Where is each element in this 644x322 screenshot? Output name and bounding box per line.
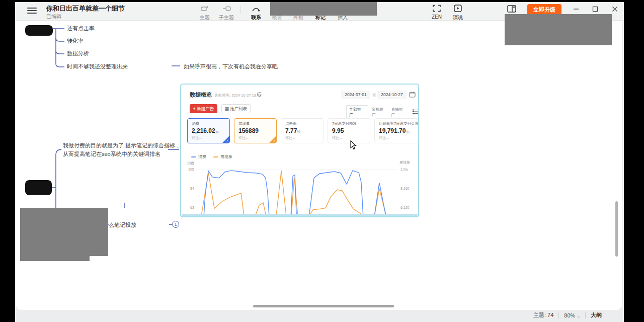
legend-spend[interactable]: 消费 [191,154,206,159]
date-end-input[interactable]: 2024-10-27 [377,91,407,99]
redaction-overlay [505,14,612,45]
metric-card-roi[interactable]: 7日总支付ROI 9.95 环比-- [328,118,370,143]
new-ad-button[interactable]: + 新建广告 [190,104,217,113]
list-grid-icon: ▦ [225,106,230,111]
status-bar: 主题: 74 80% ⌄ 大纲 [533,311,602,319]
metric-card-spend[interactable]: 消费 2,216.02元 环比-- ✓ [187,118,230,143]
chart-range-bar[interactable] [182,214,418,216]
dashboard-updated-time: 更新时间: 2024-10-27 18:48 [214,93,261,98]
right-tick-2: 6,120 [400,206,410,209]
vertical-scrollbar[interactable] [615,201,618,257]
redaction-overlay [270,2,377,16]
promo-type-tabs: 全部推广 常规推广 直播推广 [346,105,418,119]
topic-share-next-time[interactable]: 如果呼声很高，下次有机会我在分享吧 [184,63,278,70]
left-tick-0: 105 [188,168,194,171]
outline-button[interactable]: 大纲 [591,311,602,319]
left-tick-1: 84 [190,187,194,190]
zoom-level-control[interactable]: 80% ⌄ [564,312,580,318]
left-tick-2: 63 [190,206,194,209]
redacted-topic-node[interactable] [25,180,52,195]
dashboard-image-node[interactable]: 数据概览 更新时间: 2024-10-27 18:48 2024-07-01 至… [180,84,419,217]
topic-no-time[interactable]: 时间不够我还没整理出来 [67,63,128,70]
redaction-overlay [20,208,108,256]
promo-list-button[interactable]: ▦ 推广列表 [221,104,251,113]
legend-impressions[interactable]: 展现量 [213,154,232,159]
topic-data-analysis[interactable]: 数据分析 [67,50,89,57]
refresh-icon[interactable] [257,92,262,98]
metric-card-ctr[interactable]: 点击率 7.77% 环比-- [281,118,324,143]
date-separator: 至 [372,93,376,98]
topic-conversion-rate[interactable]: 转化率 [67,37,84,45]
chart-legend: 消费 展现量 [191,154,232,159]
right-tick-0: 1.0w [400,168,408,171]
tab-all-promo[interactable]: 全部推广 [346,105,368,119]
horizontal-scrollbar[interactable] [253,305,394,307]
mouse-cursor [350,140,358,152]
topic-paid-purpose-line1[interactable]: 我做付费的目的就是为了 提示笔记的综合指标， [63,142,181,149]
calendar-icon[interactable] [409,91,416,99]
tab-regular-promo[interactable]: 常规推广 [372,107,388,118]
left-axis-title: 消费 [187,161,194,166]
right-tick-1: 8,160 [400,187,410,190]
topic-click-rate[interactable]: 还有点击率 [67,25,95,32]
topic-count: 主题: 74 [533,311,553,319]
collapse-count-badge[interactable]: 1 [172,221,179,228]
metric-card-pay-amount[interactable]: 店铺新客7日总支付金额 19,791.70元 环比-- [374,118,418,143]
right-axis-title: 展现量 [399,160,410,165]
date-start-input[interactable]: 2024-07-01 [341,91,370,99]
redaction-overlay [20,256,90,261]
trend-line-chart[interactable] [198,170,397,216]
tab-live-promo[interactable]: 直播推广 [391,107,407,118]
redacted-topic-node[interactable] [25,25,53,36]
metric-card-impressions[interactable]: 展现量 156889 环比-- ✓ [234,118,277,143]
chevron-down-icon: ⌄ [577,314,580,318]
topic-paid-purpose-line2[interactable]: 从而提高笔记在seo系统中的关键词排名 [63,150,160,158]
dashboard-title: 数据概览 [190,91,212,99]
metric-list-icon[interactable] [413,109,418,115]
